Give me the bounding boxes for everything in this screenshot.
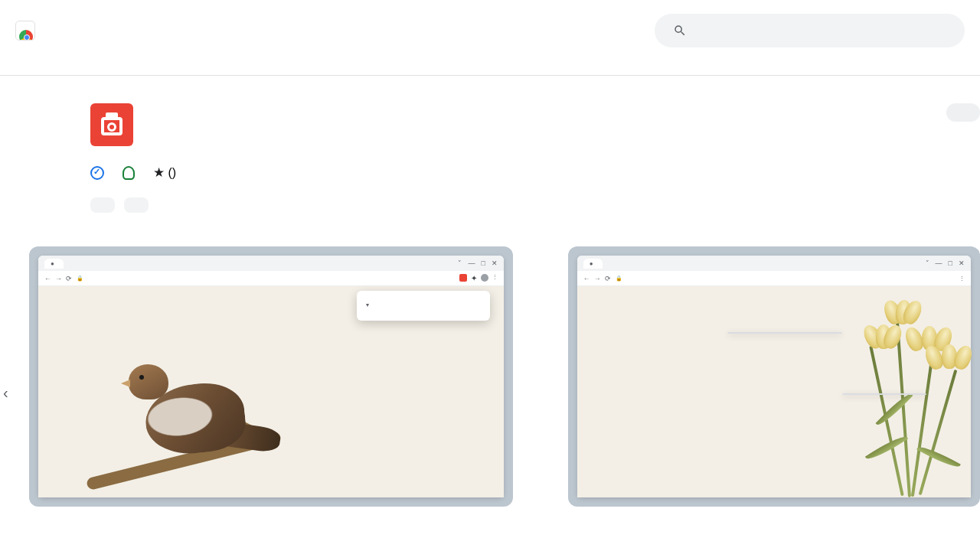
screenshot-carousel: ‹ ● ˅—□✕ ←→⟳ 🔒 ✦ ⋮ <box>29 246 980 507</box>
meta-row: ★ () <box>90 165 980 181</box>
search-box[interactable] <box>655 14 965 47</box>
star-icon: ★ <box>153 165 165 180</box>
engine-popup <box>357 291 490 321</box>
bird-illustration <box>84 331 283 491</box>
content: ★ () ‹ ● ˅—□✕ ←→⟳ 🔒 ✦ <box>0 76 980 507</box>
context-submenu <box>842 393 926 395</box>
search-icon <box>673 23 687 38</box>
install-button[interactable] <box>946 103 980 122</box>
camera-icon <box>90 103 133 146</box>
tabs-row <box>0 55 980 76</box>
browser-window: ● ˅—□✕ ←→⟳ 🔒 ⋮ <box>577 256 971 497</box>
extension-header <box>90 103 980 146</box>
chrome-logo-icon <box>15 21 35 41</box>
chip-category[interactable] <box>124 197 149 213</box>
recommended-badge <box>122 166 139 180</box>
ribbon-icon <box>122 166 135 180</box>
verified-badge-icon <box>90 166 104 180</box>
store-header <box>0 0 980 55</box>
search-input[interactable] <box>701 24 946 37</box>
store-brand[interactable] <box>15 21 46 41</box>
browser-window: ● ˅—□✕ ←→⟳ 🔒 ✦ ⋮ <box>38 256 504 497</box>
chip-extension[interactable] <box>90 197 115 213</box>
screenshot-2[interactable]: ● ˅—□✕ ←→⟳ 🔒 ⋮ <box>568 246 980 507</box>
developer-link[interactable] <box>90 166 109 180</box>
rating: ★ () <box>153 165 176 181</box>
carousel-prev-button[interactable]: ‹ <box>3 384 8 402</box>
screenshot-1[interactable]: ● ˅—□✕ ←→⟳ 🔒 ✦ ⋮ <box>29 246 513 507</box>
chips-row <box>90 197 980 213</box>
context-menu <box>727 332 842 334</box>
flowers-illustration <box>818 298 980 497</box>
